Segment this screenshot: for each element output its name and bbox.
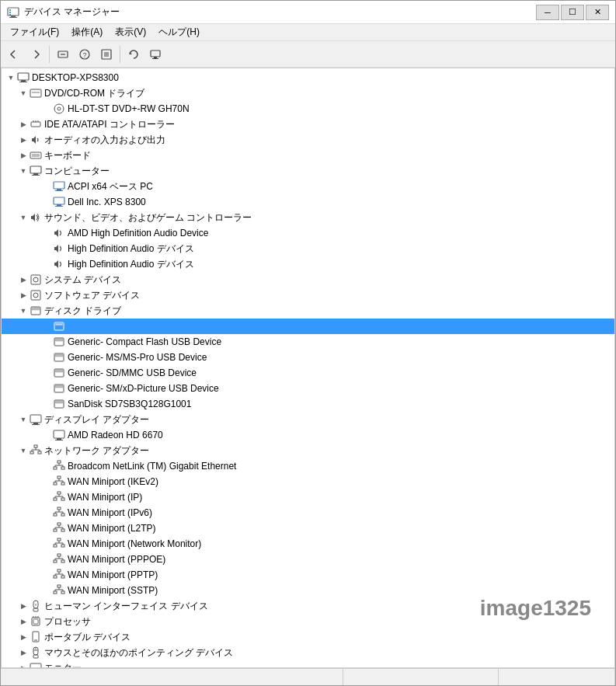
net-item-4[interactable]: WAN Miniport (IPv6) [2,505,614,521]
disk-expander[interactable] [17,305,30,317]
computer-group[interactable]: コンピューター [2,163,614,179]
net-item-8[interactable]: WAN Miniport (PPTP) [2,567,614,583]
keyboard-group[interactable]: キーボード [2,148,614,163]
disk-item-5[interactable]: SanDisk SD7SB3Q128G1001 [2,396,614,412]
display1-icon [53,429,65,441]
svg-rect-20 [19,82,27,82]
refresh-button[interactable] [124,44,144,64]
sysdev-group[interactable]: システム デバイス [2,272,614,287]
dvd-group[interactable]: DVD/CD-ROM ドライブ [2,85,614,101]
close-button[interactable]: ✕ [586,5,609,20]
sound3-label: High Definition Audio デバイス [68,256,194,272]
svg-rect-43 [31,291,40,300]
forward-button[interactable] [26,44,46,64]
hid-expander[interactable] [17,600,30,612]
sound-group[interactable]: サウンド、ビデオ、およびゲーム コントローラー [2,210,614,225]
svg-rect-72 [57,461,61,463]
mouse-group[interactable]: マウスとそのほかのポインティング デバイス [2,645,614,660]
software-group[interactable]: ソフトウェア デバイス [2,287,614,303]
computer-item-2[interactable]: Dell Inc. XPS 8300 [2,194,614,210]
svg-rect-137 [33,608,38,611]
mouse-icon [30,646,42,659]
disk-item-2[interactable]: Generic- MS/MS-Pro USB Device [2,350,614,365]
svg-rect-73 [54,467,57,469]
menu-bar: ファイル(F) 操作(A) 表示(V) ヘルプ(H) [1,24,615,41]
dvd-item-1[interactable]: HL-DT-ST DVD+-RW GH70N [2,101,614,117]
net3-label: WAN Miniport (IP) [68,489,142,505]
net-item-6[interactable]: WAN Miniport (Network Monitor) [2,536,614,552]
keyboard-expander[interactable] [17,149,30,162]
svg-rect-32 [30,166,41,173]
sound-item-3[interactable]: High Definition Audio デバイス [2,256,614,272]
processor-group[interactable]: プロセッサ [2,614,614,629]
sound-item-1[interactable]: AMD High Definition Audio Device [2,225,614,241]
ide-group[interactable]: IDE ATA/ATAPI コントローラー [2,117,614,132]
device-button[interactable] [145,44,165,64]
properties-button[interactable] [96,44,117,64]
menu-help[interactable]: ヘルプ(H) [152,24,206,40]
processor-expander[interactable] [17,615,30,628]
svg-rect-29 [30,152,41,158]
separator-1 [49,46,50,63]
svg-rect-1 [11,16,16,17]
net5-icon [53,522,65,535]
display-expander[interactable] [17,413,30,426]
audio-io-label: オーディオの入力および出力 [44,132,165,148]
show-hidden-button[interactable] [53,44,73,64]
computer-expander[interactable] [17,165,30,177]
device-tree[interactable]: DESKTOP-XPS8300 DVD/CD-ROM ドライブ HL-DT-ST… [1,68,615,668]
display-group[interactable]: ディスプレイ アダプター [2,412,614,427]
disk-item-1[interactable]: Generic- Compact Flash USB Device [2,334,614,350]
software-expander[interactable] [17,289,30,301]
root-expander[interactable] [5,71,17,84]
net4-label: WAN Miniport (IPv6) [68,505,152,521]
audio-io-expander[interactable] [17,134,30,146]
monitor-group[interactable]: モニター [2,660,614,668]
hid-group[interactable]: ヒューマン インターフェイス デバイス [2,598,614,614]
maximize-button[interactable]: ☐ [561,5,584,20]
net-item-7[interactable]: WAN Miniport (PPPOE) [2,552,614,567]
net8-icon [53,569,65,581]
display-item-1[interactable]: AMD Radeon HD 6670 [2,427,614,443]
disk-item-0[interactable] [2,319,614,334]
computer-item-1[interactable]: ACPI x64 ベース PC [2,179,614,194]
sysdev-expander[interactable] [17,273,30,286]
disk-item-4[interactable]: Generic- SM/xD-Picture USB Device [2,381,614,396]
monitor-expander[interactable] [17,662,30,668]
dvd-expander[interactable] [17,87,30,99]
tree-container: DESKTOP-XPS8300 DVD/CD-ROM ドライブ HL-DT-ST… [2,68,614,668]
svg-rect-50 [55,339,63,341]
sound-item-2[interactable]: High Definition Audio デバイス [2,241,614,256]
svg-rect-58 [55,401,63,403]
portable-expander[interactable] [17,631,30,643]
net-item-1[interactable]: Broadcom NetLink (TM) Gigabit Ethernet [2,458,614,474]
portable-group[interactable]: ポータブル デバイス [2,629,614,645]
menu-action[interactable]: 操作(A) [65,24,109,40]
svg-rect-86 [57,492,61,494]
svg-rect-108 [54,545,57,547]
help-button[interactable]: ? [75,44,95,64]
svg-rect-38 [54,197,64,204]
net-item-3[interactable]: WAN Miniport (IP) [2,489,614,505]
sound-expander[interactable] [17,211,30,224]
disk4-label: Generic- SM/xD-Picture USB Device [68,381,219,396]
svg-rect-138 [32,618,40,625]
audio-io-group[interactable]: オーディオの入力および出力 [2,132,614,148]
mouse-expander[interactable] [17,646,30,659]
disk-item-3[interactable]: Generic- SD/MMC USB Device [2,365,614,381]
net-item-9[interactable]: WAN Miniport (SSTP) [2,583,614,598]
svg-point-4 [9,12,11,13]
network-group[interactable]: ネットワーク アダプター [2,443,614,458]
disk5-icon [53,398,65,410]
menu-file[interactable]: ファイル(F) [4,24,65,40]
tree-root[interactable]: DESKTOP-XPS8300 [2,70,614,85]
device-manager-window: デバイス マネージャー ─ ☐ ✕ ファイル(F) 操作(A) 表示(V) ヘル… [0,0,616,686]
net-item-5[interactable]: WAN Miniport (L2TP) [2,521,614,536]
net-item-2[interactable]: WAN Miniport (IKEv2) [2,474,614,489]
disk-group[interactable]: ディスク ドライブ [2,303,614,319]
back-button[interactable] [4,44,24,64]
menu-view[interactable]: 表示(V) [109,24,152,40]
minimize-button[interactable]: ─ [536,5,559,20]
ide-expander[interactable] [17,118,30,131]
network-expander[interactable] [17,444,30,457]
